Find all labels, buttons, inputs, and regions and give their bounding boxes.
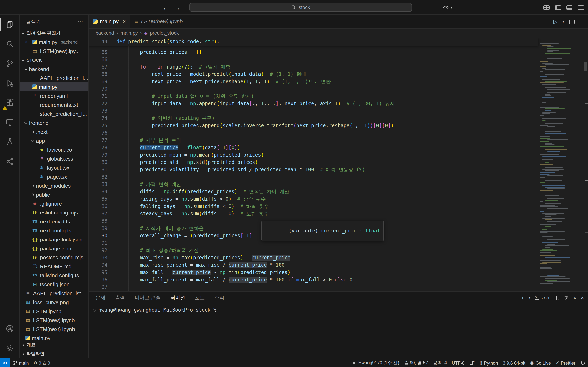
panel-tab-1[interactable]: 출력 [115,292,125,304]
open-editor-lstm-new-ipy-[interactable]: ▤LSTM(new).ipy... [20,47,88,55]
remote-explorer-icon[interactable] [0,113,20,132]
forward-button[interactable]: → [174,4,181,11]
command-center-search[interactable]: stock [190,3,412,12]
tree-item-stock-prediction-l-[interactable]: ≡stock_prediction_l... [20,109,88,118]
indentation-status-item[interactable]: 공백: 4 [431,358,449,367]
maximize-panel-icon[interactable]: ∧ [573,295,576,300]
stock-section-header[interactable]: STOCK [20,55,88,64]
code-line-96[interactable]: 96 max_fall_percent = max_fall / current… [89,276,538,284]
tree-item-lstm-new-ipynb[interactable]: ▤LSTM(new).ipynb [20,316,88,325]
tree-item-package-json[interactable]: {}package.json [20,244,88,253]
code-line-67[interactable]: 67 for _ in range(7): # 7일치 예측 [89,63,538,71]
eol-status-item[interactable]: LF [467,358,477,367]
code-line-69[interactable]: 69 next_price = next_price.reshape(1, 1,… [89,78,538,85]
gitlens-icon[interactable] [0,152,20,171]
tree-item-page-tsx[interactable]: ✽page.tsx [20,172,88,181]
code-line-78[interactable]: 78 current_price = float(data[-1][0]) [89,144,538,151]
tree-item-main-py[interactable]: main.py [20,82,88,91]
panel-tab-0[interactable]: 문제 [95,292,105,304]
code-line-76[interactable]: 76 [89,129,538,137]
encoding-status-item[interactable]: UTF-8 [449,358,467,367]
back-button[interactable]: ← [163,4,169,11]
code-line-86[interactable]: 86 falling_days = np.sum(diffs < 0) # 하락… [89,203,538,210]
terminal-list-item-zsh[interactable]: zsh [535,295,549,300]
sticky-scroll-line[interactable]: 44def predict_stock(stock_code: str): [89,38,538,46]
code-line-79[interactable]: 79 predicted_mean = np.mean(predicted_pr… [89,151,538,159]
breadcrumb-predict-stock[interactable]: predict_stock [150,30,179,36]
toggle-panel-icon[interactable] [566,5,572,9]
account-icon[interactable] [0,319,20,338]
editor-more-icon[interactable]: ⋯ [579,18,585,25]
code-line-92[interactable]: 92 # 최대 상승/하락폭 계산 [89,247,538,254]
code-line-65[interactable]: 65 predicted_prices = [] [89,49,538,56]
code-line-75[interactable]: 75 predicted_prices.append(scaler.invers… [89,122,538,129]
remote-indicator[interactable]: >< [0,358,10,367]
code-line-66[interactable]: 66 [89,56,538,63]
code-line-72[interactable]: 72 input_data = np.append(input_data[:, … [89,100,538,107]
tree-item-layout-tsx[interactable]: ✽layout.tsx [20,163,88,172]
code-line-97[interactable]: 97 [89,284,538,291]
code-line-83[interactable]: 83 # 가격 변화 계산 [89,181,538,188]
tree-item-package-lock-json[interactable]: {}package-lock.json [20,235,88,244]
tree-item--gitignore[interactable]: ◆.gitignore [20,199,88,208]
explorer-icon[interactable] [0,15,20,34]
scrollbar-thumb[interactable] [584,62,587,71]
code-line-81[interactable]: 81 predicted_volatility = predicted_std … [89,166,538,173]
breadcrumb-main-py[interactable]: main.py [121,30,138,36]
split-terminal-icon[interactable] [554,295,559,300]
open-editor-main-py[interactable]: ×main.pybackend [20,38,88,47]
settings-gear-icon[interactable] [0,338,20,358]
notifications-bell[interactable] [578,358,588,367]
tab-main-py[interactable]: main.py × [89,15,130,28]
tree-item-aapl-prediction-l-[interactable]: ≡AAPL_prediction_l... [20,73,88,82]
timeline-section-header[interactable]: 타임라인 [20,349,88,358]
tree-item-render-yaml[interactable]: !render.yaml [20,91,88,100]
run-debug-icon[interactable] [0,73,20,93]
panel-tab-terminal[interactable]: 터미널 [171,292,185,304]
tree-item-lstm-ipynb[interactable]: ▤LSTM.ipynb [20,307,88,316]
terminal-profile-chevron-icon[interactable]: ▾ [529,296,531,300]
code-line-95[interactable]: 95 max_fall = current_price - np.min(pre… [89,269,538,276]
code-line-82[interactable]: 82 [89,173,538,181]
code-line-93[interactable]: 93 max_rise = np.max(predicted_prices) -… [89,254,538,261]
tree-item-loss-curve-png[interactable]: ▦loss_curve.png [20,298,88,307]
tree-item-postcss-config-mjs[interactable]: JSpostcss.config.mjs [20,253,88,262]
tree-item-tsconfig-json[interactable]: ⊞tsconfig.json [20,280,88,289]
tab-lstm-new-ipynb[interactable]: ▤ LSTM(new).ipynb [130,15,187,28]
language-status-item[interactable]: {} Python [477,358,501,367]
code-line-73[interactable]: 73 [89,107,538,115]
tree-item-favicon-ico[interactable]: ★favicon.ico [20,145,88,154]
panel-tab-5[interactable]: 주석 [215,292,224,304]
open-editors-header[interactable]: 열려 있는 편집기 [20,29,88,38]
split-editor-icon[interactable] [569,19,575,24]
tree-item-readme-md[interactable]: ⓘREADME.md [20,262,88,271]
minimap[interactable] [538,38,583,291]
run-dropdown-icon[interactable]: ▾ [562,20,564,24]
panel-tab-4[interactable]: 포트 [195,292,205,304]
extensions-icon[interactable] [0,93,20,113]
go-live-status-item[interactable]: ◉ Go Live [528,358,553,367]
close-tab-icon[interactable]: × [123,18,126,25]
tree-item-public[interactable]: public [20,190,88,199]
code-line-85[interactable]: 85 rising_days = np.sum(diffs > 0) # 상승 … [89,195,538,203]
code-line-74[interactable]: 74 # 역변환 (scaling 복구) [89,115,538,122]
explorer-more-icon[interactable]: ⋯ [78,18,83,25]
toggle-secondary-sidebar-icon[interactable] [578,5,584,9]
tree-item-node-modules[interactable]: node_modules [20,181,88,190]
editor-scrollbar[interactable] [583,38,588,291]
code-line-70[interactable]: 70 [89,85,538,92]
terminal-content[interactable]: hwang@hwang-gwanghoui-MacBookPro stock % [89,304,588,313]
tree-item-requirements-txt[interactable]: ≡requirements.txt [20,100,88,109]
blame-status-item[interactable]: Hwang9170 (1주 전) [349,358,402,367]
tree-item-lstm-next-ipynb[interactable]: ▤LSTM(next).ipynb [20,325,88,334]
code-line-71[interactable]: 71 # input_data 업데이트 (차원 오류 방지) [89,92,538,100]
toggle-sidebar-icon[interactable] [555,5,561,9]
tree-item-globals-css[interactable]: #globals.css [20,154,88,163]
tree-item-app[interactable]: app [20,136,88,145]
source-control-icon[interactable] [0,54,20,73]
tree-item-eslint-config-mjs[interactable]: JSeslint.config.mjs [20,208,88,217]
problems-status-item[interactable]: ⊗ 0 △ 0 [31,358,53,367]
code-line-68[interactable]: 68 next_price = model.predict(input_data… [89,71,538,78]
code-line-84[interactable]: 84 diffs = np.diff(predicted_prices) # 연… [89,188,538,195]
kill-terminal-trash-icon[interactable] [563,295,569,300]
